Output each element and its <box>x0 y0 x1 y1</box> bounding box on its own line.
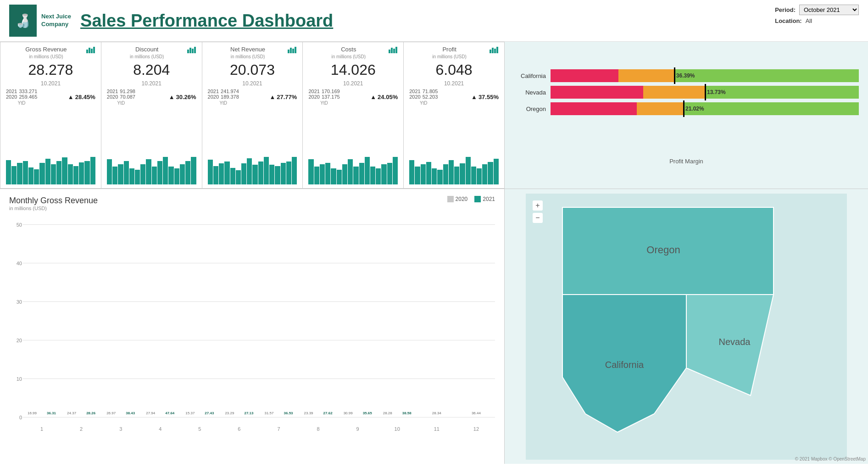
x-tick: 11 <box>418 426 456 432</box>
pm-bar-pink <box>551 86 643 99</box>
bar-2020-label: 36.44 <box>472 411 481 415</box>
y-axis-label: 30 <box>9 299 22 305</box>
x-tick: 4 <box>141 426 179 432</box>
main-content: Gross Revenuein millions (USD) 28.278 10… <box>0 42 868 464</box>
kpi-ytd-2021: 202171.805 <box>409 89 438 94</box>
y-axis-label: 10 <box>9 376 22 382</box>
pm-bar-container: 13.73% <box>551 86 859 99</box>
bar-2020-label: 24.37 <box>67 411 76 415</box>
mini-chart <box>6 106 95 184</box>
kpi-header: Net Revenuein millions (USD) <box>208 46 297 60</box>
location-label: Location: <box>775 17 802 24</box>
logo-icon: 🍶 <box>15 13 31 28</box>
pm-marker <box>674 67 675 84</box>
logo: 🍶 Next Juice Company <box>9 5 71 37</box>
kpi-title: Net Revenuein millions (USD) <box>208 46 288 60</box>
legend-2020: 2020 <box>447 196 468 202</box>
bar-2020-label: 28.28 <box>383 411 392 415</box>
kpi-title: Gross Revenuein millions (USD) <box>6 46 86 60</box>
kpi-change: ▲ 27.77% <box>269 94 297 100</box>
kpi-change: ▲ 37.55% <box>471 94 499 100</box>
kpi-ytd: 202171.805 202052.203 YtD ▲ 37.55% <box>409 89 499 106</box>
kpi-ytd-2020: 2020189.378 <box>208 94 239 100</box>
location-control: Location: All <box>775 17 859 24</box>
y-axis-label: 20 <box>9 338 22 343</box>
change-value: 30.26% <box>176 94 196 100</box>
pm-bar-green: 36.39% <box>674 69 859 82</box>
x-tick: 3 <box>102 426 139 432</box>
x-tick: 5 <box>181 426 218 432</box>
pm-bar-pink <box>551 69 618 82</box>
bar-2020-label: 23.39 <box>304 411 313 415</box>
ytd-label: YtD <box>409 100 438 106</box>
change-arrow: ▲ <box>169 94 175 100</box>
svg-rect-13 <box>391 48 393 53</box>
mini-chart <box>208 106 297 184</box>
svg-rect-17 <box>492 48 494 53</box>
kpi-header: Gross Revenuein millions (USD) <box>6 46 95 60</box>
bar-2021-label: 36.31 <box>47 411 56 415</box>
kpi-ytd-col: 2021241.974 2020189.378 YtD <box>208 89 239 106</box>
x-tick: 7 <box>260 426 297 432</box>
x-tick: 2 <box>62 426 100 432</box>
kpi-ytd-2021: 2021333.271 <box>6 89 37 94</box>
zoom-in-icon[interactable]: + <box>535 201 540 209</box>
gr-subtitle: in millions (USD) <box>9 206 98 211</box>
kpi-period: 10.2021 <box>6 80 95 87</box>
kpi-header: Profitin millions (USD) <box>409 46 499 60</box>
header-controls: Period: October 2021 Location: All <box>775 5 859 24</box>
svg-rect-8 <box>288 50 289 53</box>
y-axis-label: 0 <box>9 415 22 420</box>
x-tick: 6 <box>220 426 258 432</box>
kpi-card-1: Discountin millions (USD) 8.204 10.2021 … <box>101 42 202 188</box>
gross-revenue-section: Monthly Gross Revenue in millions (USD) … <box>0 189 505 464</box>
bars-area: 16.9936.3124.3728.2626.9738.4327.9447.64… <box>23 225 495 417</box>
kpi-ytd-col: 202171.805 202052.203 YtD <box>409 89 438 106</box>
gr-legend: 2020 2021 <box>447 196 495 202</box>
pm-bar-value: 36.39% <box>674 72 695 79</box>
svg-rect-6 <box>192 49 194 53</box>
pm-location-label: Nevada <box>514 89 546 96</box>
svg-rect-1 <box>89 48 90 53</box>
kpi-card-4: Profitin millions (USD) 6.048 10.2021 20… <box>404 42 504 188</box>
pm-bar-orange <box>643 86 705 99</box>
location-value: All <box>806 17 812 24</box>
svg-rect-3 <box>93 47 95 53</box>
svg-rect-11 <box>295 47 296 53</box>
bar-2020-label: 26.97 <box>106 411 116 415</box>
legend-2020-label: 2020 <box>456 196 468 202</box>
kpi-change: ▲ 28.45% <box>68 94 95 100</box>
bar-2020-label: 30.99 <box>344 411 353 415</box>
profit-margin-row: Nevada 13.73% <box>514 86 859 99</box>
kpi-chart-icon <box>187 46 196 55</box>
bar-2020-label: 23.29 <box>225 411 234 415</box>
pm-bar-orange <box>618 69 674 82</box>
x-tick: 8 <box>300 426 337 432</box>
bar-2020-label: 31.57 <box>264 411 273 415</box>
zoom-out-icon[interactable]: − <box>535 214 540 222</box>
change-arrow: ▲ <box>471 94 477 100</box>
kpi-chart-icon <box>288 46 297 55</box>
kpi-ytd-2020: 2020137.175 <box>308 94 339 100</box>
x-tick: 12 <box>457 426 495 432</box>
kpi-ytd: 2021170.169 2020137.175 YtD ▲ 24.05% <box>308 89 398 106</box>
x-tick: 9 <box>339 426 377 432</box>
profit-margin-row: California 36.39% <box>514 69 859 82</box>
kpi-value: 6.048 <box>409 61 499 78</box>
logo-line2: Company <box>41 21 71 28</box>
ytd-label: YtD <box>107 100 135 106</box>
period-select[interactable]: October 2021 <box>799 5 859 15</box>
pm-marker <box>683 100 684 117</box>
logo-box: 🍶 <box>9 5 37 37</box>
kpi-ytd: 2021241.974 2020189.378 YtD ▲ 27.77% <box>208 89 297 106</box>
pm-location-label: California <box>514 72 546 79</box>
svg-rect-5 <box>189 48 191 53</box>
oregon-label: Oregon <box>646 244 680 256</box>
nevada-label: Nevada <box>719 337 751 347</box>
bar-2020-label: 16.99 <box>28 411 37 415</box>
kpi-period: 10.2021 <box>308 80 398 87</box>
ytd-label: YtD <box>308 100 339 106</box>
svg-rect-18 <box>494 49 496 53</box>
california-label: California <box>605 360 644 370</box>
kpi-ytd-2020: 2020259.465 <box>6 94 37 100</box>
